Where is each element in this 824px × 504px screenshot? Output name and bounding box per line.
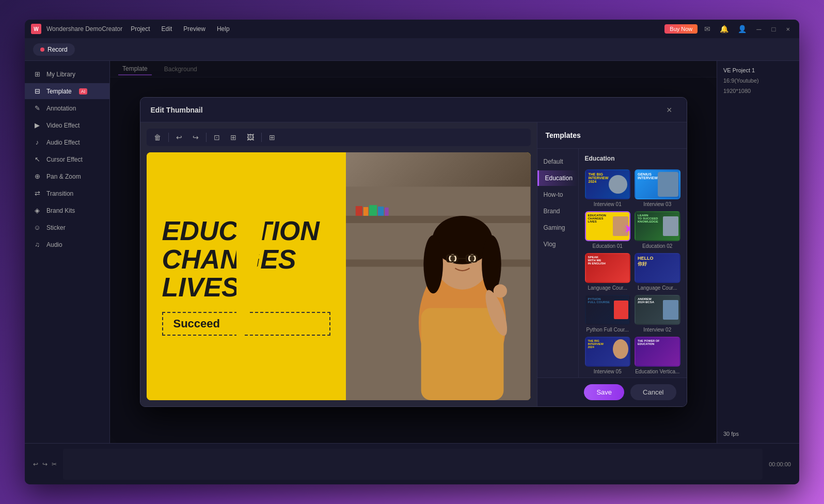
delete-tool-button[interactable]: 🗑	[151, 132, 164, 143]
template-label-education02: Education 02	[635, 243, 680, 249]
menu-preview[interactable]: Preview	[180, 24, 209, 34]
person-illustration	[346, 152, 530, 400]
minimize-button[interactable]: ─	[753, 24, 764, 34]
education01-person	[613, 216, 628, 236]
template-badge: AI	[79, 88, 88, 94]
menu-edit[interactable]: Edit	[159, 24, 176, 34]
svg-point-15	[450, 256, 455, 261]
template-row-5: THE BIGINTERVIEW2024 Interview 05 THE PO…	[585, 337, 680, 374]
template-thumb-education01[interactable]: EDUCATIONCHANGESLIVES ➤ Education 01	[585, 211, 631, 249]
redo-timeline-button[interactable]: ↪	[42, 461, 47, 468]
langcourse01-text: SPEAKWITH MEIN ENGLISH	[588, 256, 606, 265]
sticker-icon: ☺	[33, 224, 41, 231]
template-thumb-langcourse02[interactable]: HELLO你好 Language Cour...	[635, 253, 680, 291]
category-education[interactable]: Education	[537, 170, 578, 186]
transition-icon: ⇄	[33, 190, 41, 197]
template-thumb-interview03[interactable]: GENIUSINTERVIEW Interview 03	[635, 169, 680, 207]
thumb-yellow-section: EDUCATION CHANGES LIVES Succeed	[147, 152, 346, 400]
sidebar-item-transition[interactable]: ⇄ Transition	[25, 185, 109, 201]
template-thumb-education02[interactable]: LEARNTO SUCCEEDKNOWLEDGE Education 02	[635, 211, 680, 249]
left-sidebar: ⊞ My Library ⊟ Template AI ✎ Annotation …	[25, 61, 110, 443]
svg-rect-5	[369, 205, 377, 216]
size-label: 1920*1080	[723, 88, 793, 94]
menu-project[interactable]: Project	[128, 24, 153, 34]
cancel-button[interactable]: Cancel	[630, 384, 676, 400]
template-img-edverta: THE POWER OFEDUCATION	[635, 337, 680, 367]
template-img-interview01: THE BIGINTERVIEW2024	[585, 169, 631, 199]
menu-help[interactable]: Help	[214, 24, 233, 34]
video-effect-icon: ▶	[33, 121, 41, 129]
sidebar-label-sticker: Sticker	[46, 224, 66, 231]
template-label-interview02: Interview 02	[635, 327, 680, 333]
toolbar-divider-2	[206, 133, 207, 142]
toolbar: Record	[25, 38, 799, 61]
maximize-button[interactable]: □	[769, 24, 779, 34]
grid-tool-button[interactable]: ⊞	[266, 132, 278, 143]
sidebar-item-pan-zoom[interactable]: ⊕ Pan & Zoom	[25, 168, 109, 184]
template-thumb-interview02[interactable]: ANDREW2024 BCSA Interview 02	[635, 295, 680, 333]
sidebar-item-annotation[interactable]: ✎ Annotation	[25, 100, 109, 116]
record-button[interactable]: Record	[33, 43, 75, 56]
template-grid: Education THE BIGINTERVIEW2024	[579, 149, 687, 377]
thumb-sub-text: Succeed	[173, 317, 220, 330]
save-button[interactable]: Save	[584, 384, 624, 400]
scissors-timeline-button[interactable]: ✂	[52, 461, 57, 468]
time-display: 00:00:00	[769, 461, 791, 467]
template-thumb-python[interactable]: PYTHONFULL COURSE Python Full Cour...	[585, 295, 631, 333]
redo-tool-button[interactable]: ↪	[189, 132, 202, 143]
template-label-education01: Education 01	[585, 243, 631, 249]
brand-kits-icon: ◈	[33, 207, 41, 214]
template-img-langcourse02: HELLO你好	[635, 253, 680, 283]
template-thumb-interview05[interactable]: THE BIGINTERVIEW2024 Interview 05	[585, 337, 631, 374]
svg-rect-20	[421, 308, 504, 400]
sidebar-item-cursor-effect[interactable]: ↖ Cursor Effect	[25, 151, 109, 167]
category-default[interactable]: Default	[537, 154, 578, 169]
message-icon[interactable]: ✉	[702, 24, 713, 34]
main-canvas: Template Background Edit Thumbnail ×	[110, 61, 717, 443]
undo-tool-button[interactable]: ↩	[173, 132, 185, 143]
categories-list: Default Education How-to B	[537, 149, 579, 377]
edverta-text: THE POWER OFEDUCATION	[638, 339, 659, 345]
sidebar-item-brand-kits[interactable]: ◈ Brand Kits	[25, 202, 109, 218]
sidebar-item-audio[interactable]: ♫ Audio	[25, 237, 109, 253]
sidebar-item-sticker[interactable]: ☺ Sticker	[25, 219, 109, 235]
sidebar-item-template[interactable]: ⊟ Template AI	[25, 83, 109, 99]
interview01-text: THE BIGINTERVIEW2024	[589, 172, 609, 183]
sidebar-item-audio-effect[interactable]: ♪ Audio Effect	[25, 134, 109, 150]
app-title: Wondershare DemoCreator	[46, 25, 122, 33]
category-education-label: Education	[545, 175, 573, 182]
template-thumb-langcourse01[interactable]: SPEAKWITH MEIN ENGLISH Language Cour...	[585, 253, 631, 291]
close-button[interactable]: ×	[783, 24, 793, 34]
template-row-2: EDUCATIONCHANGESLIVES ➤ Education 01	[585, 211, 680, 249]
toolbar-divider-3	[261, 133, 262, 142]
template-thumb-edverta[interactable]: THE POWER OFEDUCATION Education Vertica.…	[635, 337, 680, 374]
thumbnail-preview[interactable]: EDUCATION CHANGES LIVES Succeed	[147, 152, 531, 400]
education01-text: EDUCATIONCHANGESLIVES	[588, 214, 606, 223]
template-thumb-interview01[interactable]: THE BIGINTERVIEW2024 Interview 01	[585, 169, 631, 207]
sidebar-label-pan-zoom: Pan & Zoom	[46, 173, 81, 180]
category-gaming[interactable]: Gaming	[537, 220, 578, 235]
layout-tool-button[interactable]: ⊞	[227, 132, 240, 143]
sidebar-label-cursor-effect: Cursor Effect	[46, 156, 83, 163]
sidebar-label-template: Template	[46, 88, 72, 95]
notification-icon[interactable]: 🔔	[717, 24, 731, 34]
crop-tool-button[interactable]: ⊡	[211, 132, 223, 143]
image-tool-button[interactable]: 🖼	[244, 132, 257, 143]
svg-rect-3	[356, 206, 362, 216]
svg-rect-7	[385, 208, 389, 216]
account-icon[interactable]: 👤	[735, 24, 749, 34]
category-brand[interactable]: Brand	[537, 203, 578, 219]
template-label-python: Python Full Cour...	[585, 327, 631, 333]
undo-timeline-button[interactable]: ↩	[33, 461, 38, 468]
interview03-person	[658, 172, 678, 197]
template-row-4: PYTHONFULL COURSE Python Full Cour... AN…	[585, 295, 680, 333]
category-vlog[interactable]: Vlog	[537, 237, 578, 252]
grid-section-title: Education	[585, 155, 680, 162]
modal-close-button[interactable]: ×	[662, 103, 676, 117]
sidebar-item-my-library[interactable]: ⊞ My Library	[25, 66, 109, 82]
sidebar-item-video-effect[interactable]: ▶ Video Effect	[25, 117, 109, 133]
buy-now-button[interactable]: Buy Now	[664, 24, 698, 34]
modal-canvas-area: 🗑 ↩ ↪ ⊡ ⊞ 🖼 ⊞	[140, 122, 537, 406]
category-how-to[interactable]: How-to	[537, 187, 578, 202]
timeline-area[interactable]	[63, 449, 763, 480]
